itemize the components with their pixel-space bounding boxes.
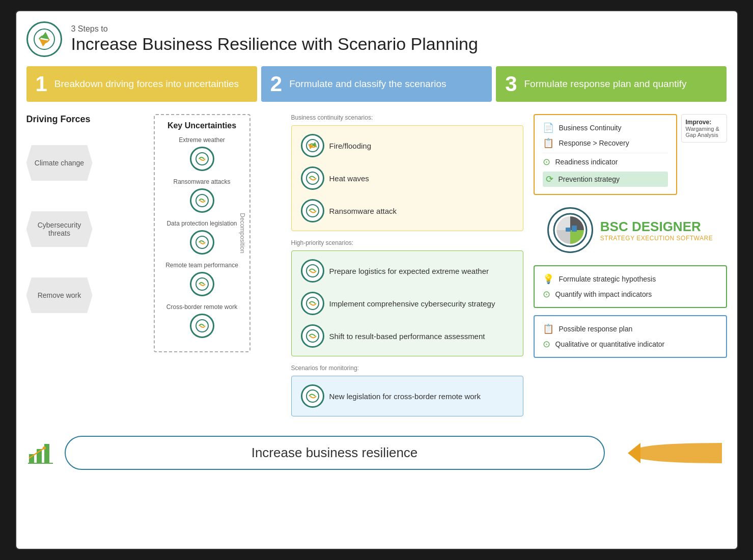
uncertainty-label: Extreme weather — [163, 136, 241, 144]
scenario-icon — [301, 324, 324, 348]
bc-response-box: 📄 Business Continuity 📋 Response > Recov… — [534, 114, 677, 195]
svg-marker-21 — [628, 443, 640, 463]
svg-point-9 — [306, 265, 319, 277]
response-item: ⊙ Qualitative or quantitative indicator — [543, 339, 718, 350]
business-continuity-section: Business continuity scenarios: — [291, 114, 523, 231]
bsc-logo — [547, 207, 593, 253]
header-title: Increase Business Resilience with Scenar… — [71, 34, 478, 54]
scenario-icon — [301, 199, 324, 222]
bc-response-wrapper: 📄 Business Continuity 📋 Response > Recov… — [534, 114, 727, 195]
improve-detail: Wargaming & Gap Analysis — [686, 126, 722, 138]
svg-point-1 — [196, 153, 208, 165]
svg-point-6 — [306, 139, 319, 152]
step-3-number: 3 — [505, 73, 517, 95]
list-item: Shift to result-based performance assess… — [297, 321, 518, 351]
hp-label: High-priority scenarios: — [291, 239, 523, 246]
response-item: ⊙ Readiness indicator — [543, 156, 668, 167]
svg-point-8 — [306, 205, 319, 217]
list-item: Heat waves — [297, 163, 518, 193]
header-text: 3 Steps to Increase Business Resilience … — [71, 24, 478, 54]
high-priority-section: High-priority scenarios: Prepare logisti… — [291, 239, 523, 356]
hexagon-remote: Remove work — [26, 277, 93, 313]
list-item: New legislation for cross-border remote … — [297, 381, 518, 411]
step-3-label: Formulate response plan and quantify — [524, 78, 687, 91]
mon-group: New legislation for cross-border remote … — [291, 376, 523, 416]
improve-label: Improve: — [686, 119, 722, 126]
list-item: Climate change — [26, 145, 149, 181]
header-icon — [26, 21, 62, 57]
list-item: Implement comprehensive cybersecurity st… — [297, 289, 518, 318]
bc-label: Business continuity scenarios: — [291, 114, 523, 121]
svg-point-11 — [306, 330, 319, 342]
resilience-pill: Increase business resilience — [65, 436, 605, 470]
step-2: 2 Formulate and classify the scenarios — [261, 66, 492, 102]
scenario-text: Heat waves — [329, 174, 369, 183]
response-item: 📋 Response > Recovery — [543, 137, 668, 149]
svg-point-3 — [196, 236, 208, 248]
response-text: Readiness indicator — [555, 158, 618, 166]
uncertainty-icon — [190, 230, 214, 255]
response-item: ⟳ Prevention strategy — [543, 172, 668, 187]
steps-row: 1 Breakdown driving forces into uncertai… — [26, 66, 727, 102]
step-3: 3 Formulate response plan and quantify — [496, 66, 727, 102]
response-item: ⊙ Quantify with impact indicators — [543, 289, 718, 300]
svg-point-7 — [306, 172, 319, 184]
bar-chart-icon — [26, 439, 54, 467]
bsc-title: BSC DESIGNER — [600, 219, 713, 235]
uncertainty-icon — [190, 314, 214, 338]
response-text: Formulate strategic hypothesis — [559, 275, 656, 283]
svg-point-20 — [43, 446, 46, 450]
list-item: Remote team performance — [163, 262, 241, 296]
svg-point-5 — [196, 320, 208, 332]
hp-group: Prepare logistics for expected extreme w… — [291, 250, 523, 356]
response-text: Response > Recovery — [559, 139, 629, 147]
uncertainty-label: Remote team performance — [163, 262, 241, 269]
svg-point-0 — [34, 29, 54, 49]
arrow-back-area — [615, 438, 727, 468]
scenario-text: New legislation for cross-border remote … — [329, 392, 481, 401]
svg-rect-15 — [572, 226, 577, 232]
svg-point-2 — [196, 194, 208, 207]
svg-point-12 — [306, 390, 319, 402]
main-card: 3 Steps to Increase Business Resilience … — [15, 10, 738, 550]
response-col: 📄 Business Continuity 📋 Response > Recov… — [534, 114, 727, 358]
list-item: Cross-border remote work — [163, 303, 241, 338]
response-text: Possible response plan — [559, 325, 633, 333]
list-item: Prepare logistics for expected extreme w… — [297, 256, 518, 286]
scenario-icon — [301, 292, 324, 315]
uncertainty-icon — [190, 272, 214, 296]
uncertainty-label: Data protection legislation — [163, 220, 241, 227]
step-1-label: Breakdown driving forces into uncertaint… — [54, 78, 239, 91]
list-item: Data protection legislation — [163, 220, 241, 255]
driving-forces-col: Driving Forces Climate change Cybersecur… — [26, 114, 149, 313]
response-item: 📋 Possible response plan — [543, 323, 718, 334]
list-item: Ransomware attack — [297, 196, 518, 226]
uncertainties-title: Key Uncertainties — [163, 121, 241, 130]
bottom-bar: Increase business resilience — [26, 436, 727, 470]
scenario-text: Ransomware attack — [329, 207, 397, 215]
response-text: Prevention strategy — [559, 175, 620, 183]
scenario-icon — [301, 166, 324, 190]
bsc-area: BSC DESIGNER STRATEGY EXECUTION SOFTWARE — [534, 202, 727, 258]
svg-rect-14 — [566, 228, 571, 232]
response-text: Qualitative or quantitative indicator — [555, 340, 665, 348]
response-item: 📄 Business Continuity — [543, 122, 668, 133]
header: 3 Steps to Increase Business Resilience … — [26, 21, 727, 57]
uncertainties-list: Extreme weather Ransomware attacks — [163, 136, 241, 338]
uncertainty-label: Cross-border remote work — [163, 303, 241, 311]
response-text: Quantify with impact indicators — [555, 290, 652, 298]
list-item: Extreme weather — [163, 136, 241, 171]
monitoring-response-box: 📋 Possible response plan ⊙ Qualitative o… — [534, 315, 727, 358]
scenario-text: Implement comprehensive cybersecurity st… — [329, 299, 495, 308]
step-1-number: 1 — [36, 73, 47, 95]
step-1: 1 Breakdown driving forces into uncertai… — [26, 66, 257, 102]
step-2-number: 2 — [270, 73, 282, 95]
key-uncertainties-box: Key Uncertainties Extreme weather — [154, 114, 250, 352]
mon-label: Scenarios for monitoring: — [291, 365, 523, 372]
scenario-text: Fire/flooding — [329, 142, 372, 150]
hexagon-cyber: Cybersecurity threats — [26, 211, 93, 247]
response-text: Business Continuity — [559, 124, 622, 132]
bc-group: Fire/flooding Heat waves — [291, 125, 523, 231]
improve-aside: Improve: Wargaming & Gap Analysis — [681, 114, 727, 143]
list-item: Fire/flooding — [297, 131, 518, 160]
